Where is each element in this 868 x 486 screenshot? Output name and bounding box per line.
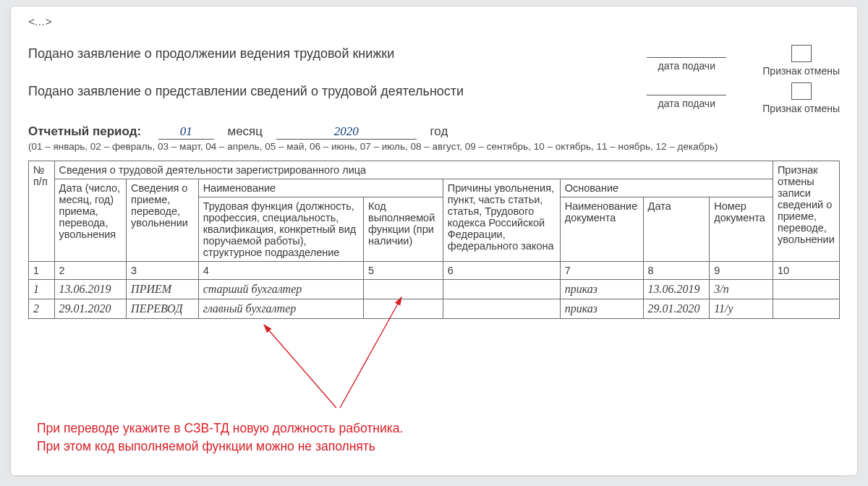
table-row: 1 13.06.2019 ПРИЕМ старший бухгалтер при… bbox=[29, 280, 840, 299]
statement-row-1: Подано заявление о продолжении ведения т… bbox=[28, 45, 840, 77]
th-func: Трудовая функция (должность, профессия, … bbox=[198, 197, 363, 262]
th-cause: Причины увольнения, пункт, часть статьи,… bbox=[443, 179, 560, 262]
period-note: (01 – январь, 02 – февраль, 03 – март, 0… bbox=[28, 141, 840, 152]
cancel-label: Признак отмены bbox=[762, 65, 840, 77]
ellipsis-marker: <…> bbox=[28, 15, 840, 27]
document-sheet: <…> Подано заявление о продолжении веден… bbox=[10, 6, 858, 476]
cancel-flag-2: Признак отмены bbox=[762, 82, 840, 114]
colnum-row: 123 456 789 10 bbox=[29, 262, 840, 280]
footnote: При переводе укажите в СЗВ-ТД новую долж… bbox=[37, 419, 403, 455]
th-name-group: Наименование bbox=[198, 179, 443, 197]
period-month-label: месяц bbox=[227, 124, 263, 138]
checkbox-1[interactable] bbox=[791, 45, 812, 62]
th-ddate: Дата bbox=[643, 197, 710, 262]
th-doc: Наименование документа bbox=[560, 197, 643, 262]
period-year-value: 2020 bbox=[276, 124, 417, 140]
period-year-label: год bbox=[430, 124, 448, 138]
th-info: Сведения о приеме, переводе, увольнении bbox=[127, 179, 199, 262]
checkbox-2[interactable] bbox=[791, 82, 812, 100]
statement-row-2: Подано заявление о представлении сведени… bbox=[28, 82, 840, 114]
date-slot-2: дата подачи bbox=[647, 82, 726, 114]
cancel-label-2: Признак отмены bbox=[762, 103, 840, 114]
date-label-2: дата подачи bbox=[647, 98, 726, 109]
th-date: Дата (число, месяц, год) приема, перевод… bbox=[54, 179, 127, 262]
cancel-flag-1: Признак отмены bbox=[762, 45, 840, 77]
th-base-group: Основание bbox=[560, 179, 773, 197]
period-title: Отчетный период: bbox=[28, 124, 141, 138]
statement-1-text: Подано заявление о продолжении ведения т… bbox=[28, 45, 491, 63]
th-num: № п/п bbox=[29, 161, 55, 262]
reporting-period: Отчетный период: 01 месяц 2020 год bbox=[28, 124, 840, 140]
th-dnum: Номер документа bbox=[710, 197, 773, 262]
table-row: 2 29.01.2020 ПЕРЕВОД главный бухгалтер п… bbox=[29, 299, 840, 319]
activity-table: № п/п Сведения о трудовой деятельности з… bbox=[28, 161, 840, 319]
th-supergroup: Сведения о трудовой деятельности зарегис… bbox=[54, 161, 773, 179]
footnote-line-1: При переводе укажите в СЗВ-ТД новую долж… bbox=[37, 419, 403, 438]
th-flag: Признак отмены записи сведений о приеме,… bbox=[773, 161, 839, 262]
statement-2-text: Подано заявление о представлении сведени… bbox=[28, 82, 491, 101]
svg-line-0 bbox=[264, 325, 336, 408]
th-code: Код выполняемой функции (при наличии) bbox=[364, 197, 443, 262]
footnote-line-2: При этом код выполняемой функции можно н… bbox=[37, 438, 403, 456]
date-slot-1: дата подачи bbox=[647, 45, 726, 77]
date-label: дата подачи bbox=[647, 60, 726, 72]
period-month-value: 01 bbox=[158, 124, 214, 140]
